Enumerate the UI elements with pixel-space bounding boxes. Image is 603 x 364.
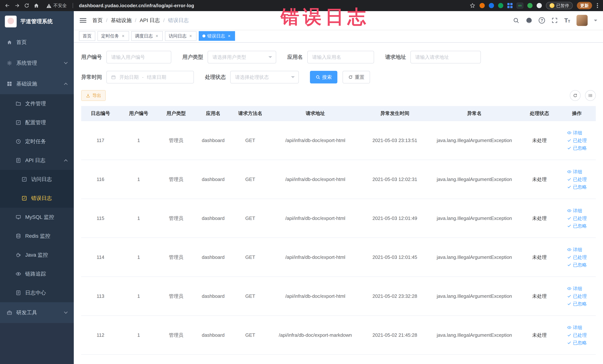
extension-icon[interactable] (498, 3, 503, 8)
address-url[interactable]: dashboard.yudao.iocoder.cn/infra/log/api… (79, 3, 194, 8)
sidebar-item-redis-monitor[interactable]: Redis 监控 (0, 227, 74, 246)
range-end-placeholder: 结束日期 (147, 74, 166, 81)
sidebar-item-java-monitor[interactable]: Java 监控 (0, 246, 74, 264)
processed-link[interactable]: 已处理 (567, 176, 587, 182)
sidebar-item-label: 定时任务 (25, 138, 46, 145)
tab-home[interactable]: 首页 (79, 31, 95, 41)
refresh-button[interactable] (570, 90, 580, 101)
sidebar-item-mysql-monitor[interactable]: MySQL 监控 (0, 208, 74, 227)
bookmark-star-icon[interactable] (470, 3, 475, 9)
column-header-exception-name: 异常名 (428, 106, 521, 121)
github-icon[interactable] (526, 17, 532, 24)
ignored-link[interactable]: 已忽略 (567, 340, 587, 346)
ignored-link-label: 已忽略 (573, 184, 587, 190)
security-label: 不安全 (53, 3, 67, 9)
sidebar-item-api-log[interactable]: API 日志 (0, 151, 74, 170)
eye-icon (567, 247, 571, 252)
sidebar-item-access-log[interactable]: 访问日志 (0, 170, 74, 189)
warning-icon (46, 3, 51, 8)
sidebar-item-log-center[interactable]: 日志中心 (0, 283, 74, 302)
cell-request-url: /api/infra/db-doc/export-html (269, 199, 362, 238)
sidebar-item-link-tracing[interactable]: 链路追踪 (0, 264, 74, 283)
table-row: 114 1 管理员 dashboard GET /api/infra/db-do… (81, 238, 596, 277)
forward-icon[interactable] (14, 3, 20, 9)
processed-link[interactable]: 已处理 (567, 137, 587, 143)
processed-link[interactable]: 已处理 (567, 332, 587, 338)
ignored-link[interactable]: 已忽略 (567, 301, 587, 307)
sidebar-item-error-log[interactable]: 错误日志 (0, 189, 74, 208)
tab-dispatch-log[interactable]: 调度日志 (131, 31, 163, 41)
breadcrumb-item[interactable]: API 日志 (140, 17, 160, 24)
search-icon[interactable] (513, 17, 519, 24)
close-icon[interactable] (121, 34, 125, 38)
ignored-link[interactable]: 已忽略 (567, 262, 587, 268)
detail-link[interactable]: 详细 (567, 286, 582, 292)
detail-link[interactable]: 详细 (567, 130, 582, 136)
main: 首页 / 基础设施 / API 日志 / 错误日志 首页 定时任务 (74, 11, 603, 364)
tab-error-log[interactable]: 错误日志 (199, 31, 235, 41)
extension-icon[interactable] (480, 3, 485, 8)
fullscreen-icon[interactable] (551, 17, 558, 24)
font-size-icon[interactable] (564, 17, 570, 23)
table-row: 116 1 管理员 dashboard GET /api/infra/db-do… (81, 160, 596, 199)
close-icon[interactable] (227, 34, 231, 38)
ignored-link[interactable]: 已忽略 (567, 145, 587, 151)
user-id-input[interactable] (106, 51, 171, 63)
exception-time-range-picker[interactable]: 开始日期 - 结束日期 (106, 71, 194, 83)
sidebar-item-infra[interactable]: 基础设施 (0, 73, 74, 94)
tab-access-log[interactable]: 访问日志 (165, 31, 197, 41)
detail-link[interactable]: 详细 (567, 247, 582, 253)
extension-icon[interactable] (527, 3, 533, 8)
browser-menu-icon[interactable] (596, 2, 599, 9)
cell-app-name: dashboard (195, 277, 232, 316)
logo[interactable]: 芋道管理系统 (0, 11, 74, 32)
detail-link[interactable]: 详细 (567, 208, 582, 214)
back-icon[interactable] (4, 3, 10, 9)
avatar[interactable] (577, 15, 588, 26)
process-status-select[interactable]: 请选择处理状态 (230, 71, 299, 83)
close-icon[interactable] (155, 34, 159, 38)
close-icon[interactable] (188, 34, 193, 38)
extension-on-badge[interactable]: on (517, 3, 523, 9)
update-button[interactable]: 更新 (577, 2, 592, 9)
site-security[interactable]: 不安全 (46, 3, 67, 9)
sidebar-item-system[interactable]: 系统管理 (0, 53, 74, 73)
sidebar-item-file-management[interactable]: 文件管理 (0, 94, 74, 113)
extension-icon[interactable] (489, 3, 494, 8)
detail-link[interactable]: 详细 (567, 325, 582, 331)
detail-link[interactable]: 详细 (567, 169, 582, 175)
extension-icon[interactable] (507, 3, 512, 8)
tab-label: 访问日志 (169, 33, 186, 39)
help-icon[interactable] (539, 17, 545, 23)
process-status-label: 处理状态 (205, 74, 226, 81)
chevron-down-icon[interactable] (594, 20, 597, 23)
ignored-link[interactable]: 已忽略 (567, 223, 587, 229)
home-icon[interactable] (33, 3, 39, 9)
breadcrumb-item[interactable]: 首页 (92, 17, 103, 24)
breadcrumb-item[interactable]: 基础设施 (111, 17, 132, 24)
cell-user-type: 管理员 (158, 277, 195, 316)
app-name-input[interactable] (307, 51, 374, 63)
processed-link[interactable]: 已处理 (567, 293, 587, 299)
processed-link-label: 已处理 (573, 215, 587, 221)
sidebar-item-config-management[interactable]: 配置管理 (0, 113, 74, 132)
paused-badge[interactable]: 已暂停 (546, 2, 573, 9)
export-button[interactable]: 导出 (81, 90, 106, 101)
user-type-select[interactable]: 请选择用户类型 (208, 51, 276, 63)
reset-button[interactable]: 重置 (343, 71, 370, 83)
search-button[interactable]: 搜索 (310, 71, 337, 83)
column-settings-button[interactable] (585, 90, 596, 101)
extension-icon[interactable] (537, 3, 542, 8)
sidebar-item-dev-tools[interactable]: 研发工具 (0, 302, 74, 323)
processed-link[interactable]: 已处理 (567, 254, 587, 260)
ignored-link[interactable]: 已忽略 (567, 184, 587, 190)
sidebar-item-home[interactable]: 首页 (0, 32, 74, 53)
folder-icon (16, 101, 21, 106)
processed-link[interactable]: 已处理 (567, 215, 587, 221)
hamburger-icon[interactable] (80, 18, 86, 23)
sidebar-item-scheduled-jobs[interactable]: 定时任务 (0, 132, 74, 151)
request-url-input[interactable] (410, 51, 481, 63)
tab-scheduled-jobs[interactable]: 定时任务 (97, 31, 129, 41)
cell-app-name: dashboard (195, 160, 232, 199)
reload-icon[interactable] (24, 3, 30, 9)
